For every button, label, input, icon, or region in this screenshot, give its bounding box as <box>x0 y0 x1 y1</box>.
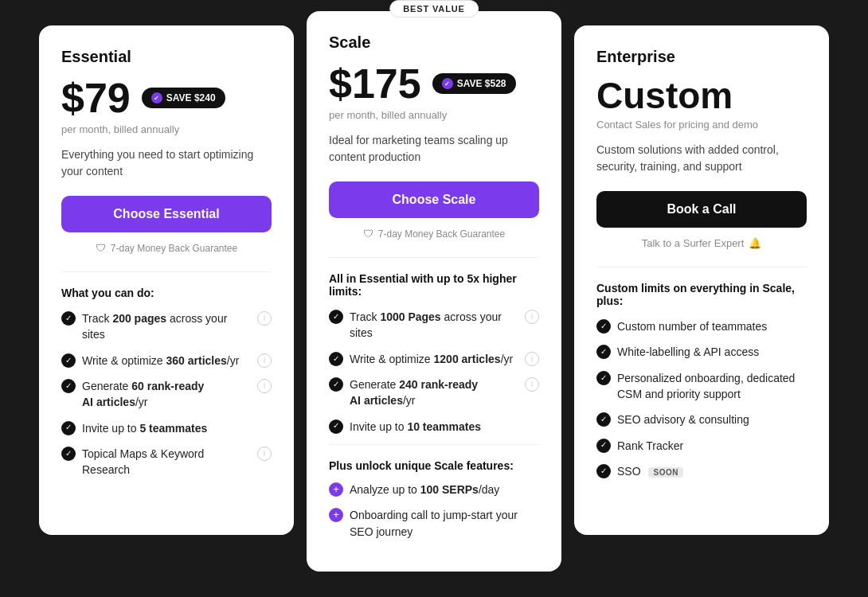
check-icon: ✓ <box>596 319 611 334</box>
scale-save-badge: ✓ SAVE $528 <box>432 73 516 94</box>
enterprise-divider <box>596 267 807 267</box>
list-item: ✓ Invite up to 10 teammates <box>329 419 539 435</box>
enterprise-card: Enterprise Custom Contact Sales for pric… <box>574 25 829 535</box>
list-item: + Onboarding call to jump-start your SEO… <box>329 507 539 540</box>
enterprise-price: Custom <box>596 77 733 114</box>
check-icon: ✓ <box>61 379 76 393</box>
check-icon: ✓ <box>329 310 343 324</box>
scale-guarantee: 🛡 7-day Money Back Guarantee <box>329 228 539 240</box>
list-item: ✓ Topical Maps & Keyword Research i <box>61 446 272 478</box>
enterprise-features-title: Custom limits on everything in Scale, pl… <box>596 282 807 307</box>
check-icon: ✓ <box>596 464 611 478</box>
list-item: ✓ Track 200 pages across your sites i <box>61 310 272 343</box>
scale-divider <box>329 257 539 258</box>
scale-price-row: $175 ✓ SAVE $528 <box>329 63 539 104</box>
check-icon: ✓ <box>596 345 611 359</box>
essential-save-check-icon: ✓ <box>151 92 162 103</box>
list-item: ✓ Generate 240 rank-readyAI articles/yr … <box>329 377 539 409</box>
essential-price: $79 <box>61 77 131 119</box>
scale-extra-section-title: Plus unlock unique Scale features: <box>329 459 539 472</box>
check-icon: ✓ <box>329 419 343 434</box>
scale-price: $175 <box>329 63 421 104</box>
scale-features-title: All in Essential with up to 5x higher li… <box>329 272 539 298</box>
list-item: ✓ Rank Tracker <box>596 438 807 454</box>
check-icon: ✓ <box>329 352 343 366</box>
scale-save-check-icon: ✓ <box>442 78 453 89</box>
enterprise-plan-name: Enterprise <box>596 48 807 66</box>
essential-shield-icon: 🛡 <box>96 242 106 254</box>
choose-scale-button[interactable]: Choose Scale <box>329 181 539 218</box>
essential-description: Everything you need to start optimizing … <box>61 146 272 180</box>
list-item: ✓ White-labelling & API access <box>596 344 807 360</box>
list-item: ✓ Custom number of teammates <box>596 318 807 334</box>
check-icon: ✓ <box>61 353 76 368</box>
list-item: ✓ Write & optimize 1200 articles/yr i <box>329 351 539 367</box>
essential-plan-name: Essential <box>61 48 272 66</box>
list-item: ✓ SEO advisory & consulting <box>596 412 807 427</box>
scale-billing: per month, billed annually <box>329 109 539 121</box>
essential-price-row: $79 ✓ SAVE $240 <box>61 77 272 119</box>
choose-essential-button[interactable]: Choose Essential <box>61 196 272 232</box>
list-item: ✓ SSO SOON <box>596 463 807 479</box>
info-icon: i <box>257 379 272 393</box>
info-icon: i <box>525 352 539 366</box>
enterprise-talk-expert: Talk to a Surfer Expert 🔔 <box>596 237 807 249</box>
plus-icon: + <box>329 508 343 522</box>
list-item: ✓ Generate 60 rank-readyAI articles/yr i <box>61 378 272 411</box>
enterprise-description: Custom solutions with added control, sec… <box>596 142 807 175</box>
info-icon: i <box>257 353 272 368</box>
essential-guarantee: 🛡 7-day Money Back Guarantee <box>61 242 272 254</box>
scale-section-divider <box>329 444 539 445</box>
book-call-button[interactable]: Book a Call <box>596 191 807 228</box>
check-icon: ✓ <box>596 371 611 385</box>
info-icon: i <box>257 311 272 326</box>
scale-plan-name: Scale <box>329 33 539 52</box>
list-item: ✓ Write & optimize 360 articles/yr i <box>61 353 272 369</box>
enterprise-price-row: Custom <box>596 77 807 114</box>
check-icon: ✓ <box>329 377 343 392</box>
pricing-container: Essential $79 ✓ SAVE $240 per month, bil… <box>0 0 868 597</box>
list-item: ✓ Track 1000 Pages across your sites i <box>329 309 539 341</box>
info-icon: i <box>525 377 539 392</box>
check-icon: ✓ <box>596 439 611 453</box>
soon-badge: SOON <box>648 467 682 478</box>
enterprise-billing: Contact Sales for pricing and demo <box>596 119 807 131</box>
list-item: + Analyze up to 100 SERPs/day <box>329 482 539 498</box>
best-value-badge: BEST VALUE <box>389 0 479 18</box>
bell-icon: 🔔 <box>749 237 761 249</box>
check-icon: ✓ <box>596 412 611 427</box>
essential-card: Essential $79 ✓ SAVE $240 per month, bil… <box>39 25 294 535</box>
info-icon: i <box>257 447 272 461</box>
list-item: ✓ Invite up to 5 teammates <box>61 420 272 436</box>
check-icon: ✓ <box>61 447 76 461</box>
plus-icon: + <box>329 482 343 497</box>
scale-shield-icon: 🛡 <box>363 228 373 240</box>
info-icon: i <box>525 310 539 324</box>
check-icon: ✓ <box>61 421 76 435</box>
essential-billing: per month, billed annually <box>61 123 272 135</box>
essential-save-badge: ✓ SAVE $240 <box>142 88 225 108</box>
list-item: ✓ Personalized onboarding, dedicated CSM… <box>596 370 807 403</box>
scale-card: BEST VALUE Scale $175 ✓ SAVE $528 per mo… <box>307 11 561 572</box>
check-icon: ✓ <box>61 311 76 326</box>
scale-description: Ideal for marketing teams scaling up con… <box>329 132 539 166</box>
essential-divider <box>61 271 272 272</box>
essential-features-title: What you can do: <box>61 287 272 299</box>
